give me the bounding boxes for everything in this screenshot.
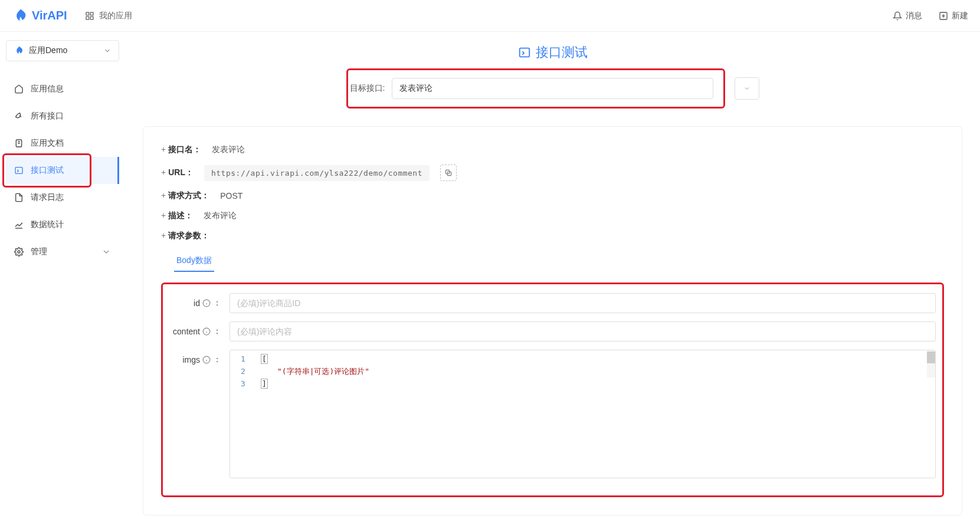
sidebar-item-label: 数据统计 xyxy=(31,219,64,230)
field-imgs-editor[interactable]: 1 2 3 [ "(字符串|可选)评论图片" ] xyxy=(230,350,936,478)
api-detail-card: +接口名： 发表评论 +URL： https://api.virapi.com/… xyxy=(143,126,962,515)
svg-rect-3 xyxy=(90,17,93,19)
target-row: 目标接口: 发表评论 xyxy=(125,68,980,109)
info-circle-icon[interactable] xyxy=(202,327,211,336)
page-title-text: 接口测试 xyxy=(536,44,588,61)
target-select-dropdown-button[interactable] xyxy=(735,77,759,100)
params-tabs: Body数据 xyxy=(174,251,944,272)
code-line-numbers: 1 2 3 xyxy=(230,350,256,478)
bell-icon xyxy=(893,11,902,21)
sidebar-item-stats[interactable]: 数据统计 xyxy=(6,211,119,238)
logo[interactable]: VirAPI xyxy=(12,8,67,24)
header-messages[interactable]: 消息 xyxy=(893,11,922,21)
top-header: VirAPI 我的应用 消息 新建 xyxy=(0,0,980,32)
header-left: VirAPI 我的应用 xyxy=(12,8,132,24)
tab-body-data[interactable]: Body数据 xyxy=(174,251,214,272)
page-title: 接口测试 xyxy=(125,32,980,68)
sidebar-menu: 应用信息 所有接口 应用文档 接口测试 请求日志 数据统计 xyxy=(6,75,119,265)
main-content: 接口测试 目标接口: 发表评论 +接口名： 发表评论 +URL： https:/… xyxy=(125,32,980,519)
sidebar-item-all-api[interactable]: 所有接口 xyxy=(6,103,119,130)
chevron-down-icon xyxy=(103,47,112,55)
target-api-value: 发表评论 xyxy=(399,83,432,93)
field-imgs-label: imgs ： xyxy=(166,350,221,365)
doc-icon xyxy=(14,139,24,148)
field-id-label: id ： xyxy=(166,293,221,308)
api-desc-label: 描述： xyxy=(168,211,193,220)
app-flame-icon xyxy=(14,45,24,56)
logo-flame-icon xyxy=(12,8,28,24)
copy-url-button[interactable] xyxy=(440,165,457,181)
api-name-row: +接口名： 发表评论 xyxy=(161,144,944,155)
app-selector-label: 应用Demo xyxy=(29,45,67,56)
svg-rect-0 xyxy=(86,12,89,15)
app-selector[interactable]: 应用Demo xyxy=(6,40,119,61)
sidebar-item-app-doc[interactable]: 应用文档 xyxy=(6,130,119,157)
form-row-content: content ： xyxy=(166,321,936,341)
target-api-select[interactable]: 发表评论 xyxy=(392,78,713,99)
api-params-label: 请求参数： xyxy=(168,231,209,240)
apps-grid-icon xyxy=(85,11,94,21)
api-desc-value: 发布评论 xyxy=(204,211,237,221)
field-content-label: content ： xyxy=(166,321,221,337)
minimap-scrollbar[interactable] xyxy=(927,350,935,377)
sidebar-item-label: 应用信息 xyxy=(31,84,64,94)
code-body[interactable]: [ "(字符串|可选)评论图片" ] xyxy=(256,350,935,478)
form-row-id: id ： xyxy=(166,293,936,313)
chart-icon xyxy=(14,220,24,229)
header-messages-label: 消息 xyxy=(906,11,922,21)
api-params-row: +请求参数： xyxy=(161,231,944,241)
header-create-new-label: 新建 xyxy=(952,11,968,21)
sidebar-item-app-info[interactable]: 应用信息 xyxy=(6,75,119,103)
sidebar-item-label: 所有接口 xyxy=(31,111,64,121)
field-id-input[interactable] xyxy=(230,293,936,313)
sidebar-item-api-test[interactable]: 接口测试 xyxy=(6,157,119,184)
chevron-down-icon xyxy=(743,85,750,92)
sidebar-item-label: 接口测试 xyxy=(31,165,64,176)
svg-rect-1 xyxy=(90,12,93,15)
sidebar-item-label: 应用文档 xyxy=(31,138,64,149)
svg-rect-2 xyxy=(86,17,89,19)
api-url-value: https://api.virapi.com/ylsa222/demo/comm… xyxy=(204,165,430,181)
api-url-label: URL： xyxy=(168,167,194,177)
svg-rect-10 xyxy=(15,167,22,174)
api-name-label: 接口名： xyxy=(168,144,201,154)
sidebar-item-label: 管理 xyxy=(31,247,47,257)
nav-my-apps[interactable]: 我的应用 xyxy=(85,11,132,21)
plus-square-icon xyxy=(939,11,948,21)
field-content-input[interactable] xyxy=(230,321,936,341)
header-right: 消息 新建 xyxy=(893,11,968,21)
info-circle-icon[interactable] xyxy=(202,299,211,307)
brand-text: VirAPI xyxy=(32,9,67,22)
info-circle-icon[interactable] xyxy=(202,356,211,364)
api-url-row: +URL： https://api.virapi.com/ylsa222/dem… xyxy=(161,165,944,181)
sidebar-item-manage[interactable]: 管理 xyxy=(6,238,119,265)
copy-icon xyxy=(444,169,453,177)
target-label: 目标接口: xyxy=(350,83,385,94)
rocket-icon xyxy=(14,111,24,121)
terminal-icon xyxy=(14,166,24,175)
sidebar: 应用Demo 应用信息 所有接口 应用文档 接口测试 xyxy=(0,32,125,519)
form-row-imgs: imgs ： 1 2 3 [ xyxy=(166,350,936,478)
sidebar-item-label: 请求日志 xyxy=(31,192,64,203)
form-area: id ： content ： xyxy=(161,283,944,497)
gear-icon xyxy=(14,247,24,257)
chevron-down-icon xyxy=(101,247,111,257)
api-name-value: 发表评论 xyxy=(212,144,245,155)
header-create-new[interactable]: 新建 xyxy=(939,11,968,21)
home-icon xyxy=(14,84,24,94)
api-method-label: 请求方式： xyxy=(168,190,209,200)
api-method-row: +请求方式： POST xyxy=(161,190,944,201)
file-icon xyxy=(14,193,24,202)
svg-rect-12 xyxy=(519,48,529,57)
api-desc-row: +描述： 发布评论 xyxy=(161,211,944,221)
svg-point-11 xyxy=(18,251,20,253)
terminal-icon xyxy=(518,46,531,59)
nav-my-apps-label: 我的应用 xyxy=(99,11,132,21)
api-method-value: POST xyxy=(220,191,242,201)
sidebar-item-request-log[interactable]: 请求日志 xyxy=(6,184,119,211)
